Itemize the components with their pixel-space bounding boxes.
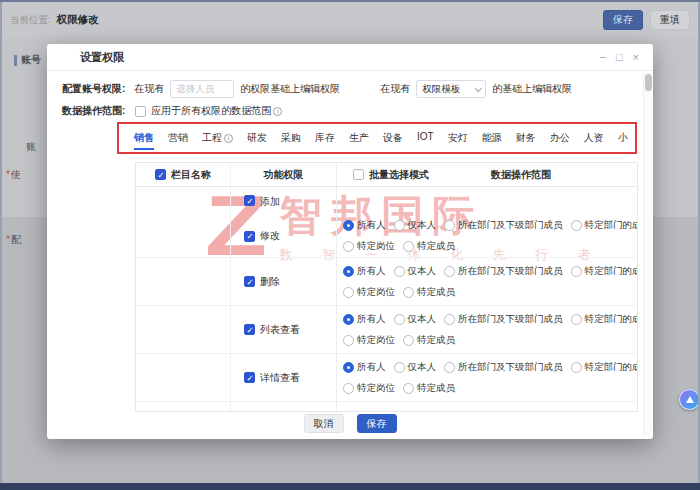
permission-template-select[interactable]: 权限模板 bbox=[416, 80, 486, 98]
tab-人资[interactable]: 人资 bbox=[584, 131, 604, 148]
radio-option-仅本人[interactable]: 仅本人 bbox=[394, 361, 437, 374]
cancel-button[interactable]: 取消 bbox=[304, 414, 344, 433]
topbar-refill-button[interactable]: 重填 bbox=[650, 10, 690, 30]
radio-option-所在部门及下级部门成员[interactable]: 所在部门及下级部门成员 bbox=[444, 265, 563, 278]
radio-option-特定部门的成员[interactable]: 特定部门的成员 bbox=[571, 361, 639, 374]
modal-title: 设置权限 bbox=[80, 50, 124, 65]
radio-label: 所在部门及下级部门成员 bbox=[458, 313, 563, 326]
modal-scrollbar[interactable] bbox=[643, 72, 652, 436]
radio-option-特定成员[interactable]: 特定成员 bbox=[403, 240, 455, 253]
radio-option-特定成员[interactable]: 特定成员 bbox=[403, 286, 455, 299]
select-person-input[interactable]: 选择人员 bbox=[170, 80, 234, 98]
radio-option-特定部门的成员[interactable]: 特定部门的成员 bbox=[571, 313, 639, 326]
radio-option-特定成员[interactable]: 特定成员 bbox=[403, 382, 455, 395]
tab-IOT[interactable]: IOT bbox=[417, 131, 434, 145]
permission-checkbox[interactable] bbox=[244, 195, 255, 206]
permission-checkbox[interactable] bbox=[244, 324, 255, 335]
tab-label: 研发 bbox=[247, 131, 267, 145]
scrollbar-thumb[interactable] bbox=[645, 74, 652, 91]
column-select-all-checkbox[interactable] bbox=[155, 169, 166, 180]
permission-checkbox[interactable] bbox=[244, 276, 255, 287]
radio-line: 特定岗位特定成员 bbox=[343, 378, 638, 398]
radio-option-所有人[interactable]: 所有人 bbox=[343, 265, 386, 278]
radio-label: 特定部门的成员 bbox=[585, 265, 639, 278]
permission-checkbox[interactable] bbox=[244, 231, 255, 242]
radio-option-特定岗位[interactable]: 特定岗位 bbox=[343, 382, 395, 395]
radio-label: 特定岗位 bbox=[357, 382, 395, 395]
minimize-icon[interactable]: − bbox=[599, 52, 605, 63]
radio-option-仅本人[interactable]: 仅本人 bbox=[394, 219, 437, 232]
tab-库存[interactable]: 库存 bbox=[315, 131, 335, 148]
column-name-cell bbox=[136, 402, 231, 412]
background-required-fragment-2: *配 bbox=[6, 233, 21, 247]
assistant-button[interactable] bbox=[679, 389, 700, 410]
permission-label: 添加 bbox=[260, 195, 280, 209]
maximize-icon[interactable]: □ bbox=[616, 52, 623, 63]
radio-option-所有人[interactable]: 所有人 bbox=[343, 219, 386, 232]
tab-label: 销售 bbox=[134, 131, 154, 145]
save-button[interactable]: 保存 bbox=[357, 414, 397, 433]
tab-label: 库存 bbox=[315, 131, 335, 145]
tab-label: 财务 bbox=[516, 131, 536, 145]
permission-cell bbox=[231, 402, 337, 412]
batch-select-checkbox[interactable] bbox=[353, 169, 364, 180]
tab-办公[interactable]: 办公 bbox=[550, 131, 570, 148]
radio-option-特定岗位[interactable]: 特定岗位 bbox=[343, 240, 395, 253]
radio-option-所在部门及下级部门成员[interactable]: 所在部门及下级部门成员 bbox=[444, 361, 563, 374]
topbar-save-button[interactable]: 保存 bbox=[603, 10, 643, 30]
permission-cell: 删除 bbox=[231, 258, 337, 305]
permission-checkbox[interactable] bbox=[244, 372, 255, 383]
assistant-icon bbox=[686, 396, 694, 403]
tab-label: 安灯 bbox=[448, 131, 468, 145]
radio-option-特定部门的成员[interactable]: 特定部门的成员 bbox=[571, 219, 639, 232]
tab-销售[interactable]: 销售 bbox=[134, 131, 154, 150]
close-icon[interactable]: × bbox=[633, 52, 639, 63]
tab-财务[interactable]: 财务 bbox=[516, 131, 536, 148]
radio-label: 仅本人 bbox=[408, 313, 437, 326]
radio-line: 所有人仅本人所在部门及下级部门成员特定部门的成员 bbox=[343, 357, 638, 377]
radio-icon bbox=[343, 266, 354, 277]
function-permission-header: 功能权限 bbox=[231, 163, 337, 186]
radio-option-特定部门的成员[interactable]: 特定部门的成员 bbox=[571, 265, 639, 278]
radio-option-特定岗位[interactable]: 特定岗位 bbox=[343, 334, 395, 347]
radio-icon bbox=[394, 362, 405, 373]
radio-option-所有人[interactable]: 所有人 bbox=[343, 361, 386, 374]
radio-option-特定岗位[interactable]: 特定岗位 bbox=[343, 286, 395, 299]
radio-icon bbox=[343, 287, 354, 298]
radio-option-仅本人[interactable]: 仅本人 bbox=[394, 313, 437, 326]
tab-安灯[interactable]: 安灯 bbox=[448, 131, 468, 148]
radio-label: 所有人 bbox=[357, 219, 386, 232]
radio-option-特定成员[interactable]: 特定成员 bbox=[403, 334, 455, 347]
radio-label: 特定部门的成员 bbox=[585, 219, 639, 232]
radio-icon bbox=[394, 220, 405, 231]
tab-label: 工程 bbox=[202, 131, 222, 145]
radio-option-仅本人[interactable]: 仅本人 bbox=[394, 265, 437, 278]
radio-icon bbox=[444, 220, 455, 231]
radio-label: 所有人 bbox=[357, 361, 386, 374]
radio-option-所有人[interactable]: 所有人 bbox=[343, 313, 386, 326]
tab-研发[interactable]: 研发 bbox=[247, 131, 267, 148]
radio-label: 特定成员 bbox=[417, 286, 455, 299]
screen: 当前位置: 权限修改 保存 重填 账号 账 *使 *配 设置权限 − □ × 配… bbox=[0, 0, 700, 490]
scope-cell: 所有人仅本人所在部门及下级部门成员特定部门的成员特定岗位特定成员 bbox=[337, 215, 638, 257]
radio-icon bbox=[343, 241, 354, 252]
radio-line: 所有人仅本人所在部门及下级部门成员特定部门的成员 bbox=[343, 261, 638, 281]
tab-采购[interactable]: 采购 bbox=[281, 131, 301, 148]
radio-option-所在部门及下级部门成员[interactable]: 所在部门及下级部门成员 bbox=[444, 313, 563, 326]
permission-label: 列表查看 bbox=[260, 323, 300, 337]
tab-营销[interactable]: 营销 bbox=[168, 131, 188, 148]
tab-生产[interactable]: 生产 bbox=[349, 131, 369, 148]
topbar: 当前位置: 权限修改 保存 重填 bbox=[2, 2, 698, 38]
radio-label: 仅本人 bbox=[408, 265, 437, 278]
tab-label: IOT bbox=[417, 131, 434, 142]
tab-设备[interactable]: 设备 bbox=[383, 131, 403, 148]
tab-小[interactable]: 小 bbox=[618, 131, 628, 148]
radio-line: 特定岗位特定成员 bbox=[343, 282, 638, 302]
breadcrumb-label: 当前位置: bbox=[10, 14, 51, 27]
apply-all-checkbox[interactable] bbox=[135, 106, 146, 117]
radio-option-所在部门及下级部门成员[interactable]: 所在部门及下级部门成员 bbox=[444, 219, 563, 232]
tab-工程[interactable]: 工程 bbox=[202, 131, 233, 148]
radio-label: 特定岗位 bbox=[357, 240, 395, 253]
chevron-down-icon bbox=[475, 85, 482, 92]
tab-能源[interactable]: 能源 bbox=[482, 131, 502, 148]
